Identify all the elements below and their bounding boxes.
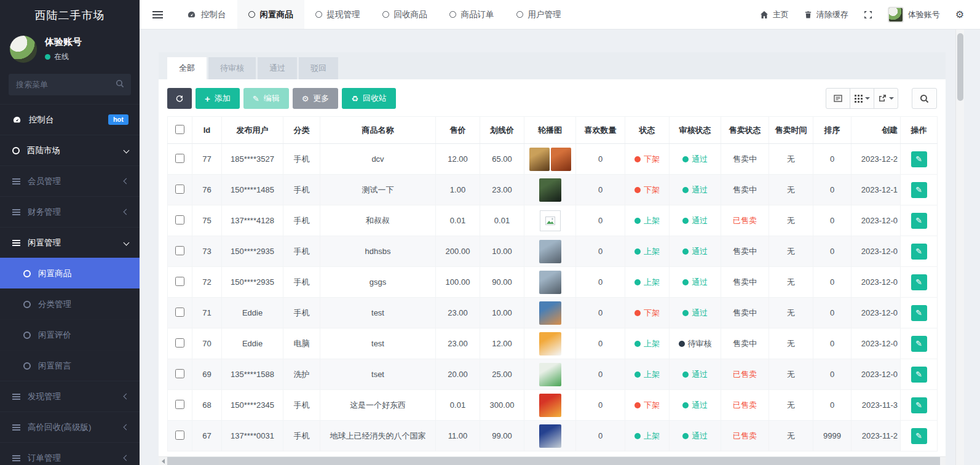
row-checkbox[interactable]: [175, 154, 184, 163]
more-button[interactable]: ⚙︎ 更多: [293, 88, 339, 109]
topnav-tab-withdraw-mgmt[interactable]: 提现管理: [304, 0, 371, 29]
sidebar-menu: 控制台hot西陆市场会员管理财务管理闲置管理闲置商品分类管理闲置评价闲置留言发现…: [0, 104, 140, 465]
recycle-bin-button[interactable]: ♻︎ 回收站: [342, 88, 396, 109]
row-edit-button[interactable]: ✎︎: [911, 336, 927, 352]
row-checkbox[interactable]: [175, 431, 184, 440]
search-toggle-button[interactable]: [912, 88, 937, 109]
topnav-tab-dashboard[interactable]: 控制台: [176, 0, 237, 29]
topnav-tab-user-mgmt[interactable]: 用户管理: [505, 0, 572, 29]
filter-tab-approved[interactable]: 通过: [258, 57, 297, 79]
sidebar-item-idle-message[interactable]: 闲置留言: [0, 350, 140, 381]
detail-view-icon: [834, 94, 842, 103]
product-thumbnail[interactable]: [539, 394, 561, 417]
vertical-scrollbar-thumb[interactable]: [957, 33, 963, 101]
topnav-tab-label: 商品订单: [461, 9, 494, 20]
clear-cache-link[interactable]: 清除缓存: [804, 9, 848, 20]
detail-view-button[interactable]: [826, 88, 850, 109]
topnav-tab-idle-goods[interactable]: 闲置商品: [237, 0, 304, 29]
row-checkbox[interactable]: [175, 308, 184, 317]
broken-image-icon[interactable]: [540, 210, 561, 231]
sidebar-item-finance-mgmt[interactable]: 财务管理: [0, 196, 140, 227]
status-label: 下架: [644, 400, 660, 410]
row-edit-button[interactable]: ✎︎: [911, 213, 927, 229]
status-dot: [682, 218, 689, 224]
user-menu[interactable]: 体验账号: [888, 7, 940, 23]
row-edit-button[interactable]: ✎︎: [911, 244, 927, 260]
row-checkbox[interactable]: [175, 400, 184, 409]
row-edit-button[interactable]: ✎︎: [911, 397, 927, 413]
cell-price: 20.00: [436, 359, 480, 390]
sidebar-item-idle-review[interactable]: 闲置评价: [0, 319, 140, 350]
scroll-left-arrow[interactable]: [159, 457, 167, 465]
row-checkbox[interactable]: [175, 277, 184, 286]
edit-button[interactable]: ✎︎ 编辑: [243, 88, 289, 109]
recycle-bin-label: 回收站: [363, 93, 387, 104]
product-thumbnail[interactable]: [539, 178, 561, 202]
menu-toggle-icon[interactable]: [152, 11, 163, 18]
sidebar-item-member-mgmt[interactable]: 会员管理: [0, 165, 140, 196]
horizontal-scrollbar[interactable]: [159, 456, 946, 465]
row-checkbox[interactable]: [175, 246, 184, 255]
select-all-checkbox[interactable]: [175, 125, 184, 134]
row-checkbox[interactable]: [175, 185, 184, 194]
row-checkbox[interactable]: [175, 215, 184, 225]
columns-toggle-button[interactable]: [850, 88, 874, 109]
row-edit-button[interactable]: ✎︎: [911, 428, 927, 444]
product-thumbnail[interactable]: [539, 332, 561, 356]
cell-publisher: 137****4128: [222, 205, 283, 236]
row-edit-button[interactable]: ✎︎: [911, 182, 927, 198]
menu-search-input[interactable]: [9, 74, 131, 95]
topnav-tab-recycle-goods[interactable]: 回收商品: [371, 0, 438, 29]
product-thumbnail[interactable]: [551, 148, 571, 171]
cell-sale-status: 已售卖: [721, 421, 769, 451]
cell-original-price: 10.00: [480, 298, 524, 328]
sidebar-item-premium-recycle[interactable]: 高价回收(高级版): [0, 411, 140, 442]
refresh-button[interactable]: [167, 88, 192, 109]
sidebar-item-xilu-market[interactable]: 西陆市场: [0, 135, 140, 165]
product-thumbnail[interactable]: [539, 424, 561, 448]
cell-product-name: 测试一下: [320, 175, 436, 205]
product-thumbnail[interactable]: [539, 271, 561, 294]
sidebar-item-discover-mgmt[interactable]: 发现管理: [0, 381, 140, 411]
row-checkbox[interactable]: [175, 338, 184, 348]
status-label: 上架: [644, 277, 660, 287]
sidebar-item-order-mgmt[interactable]: 订单管理: [0, 442, 140, 465]
search-icon: [116, 79, 124, 90]
product-thumbnail[interactable]: [539, 240, 561, 263]
column-header: 售价: [436, 117, 480, 144]
sidebar-item-idle-goods[interactable]: 闲置商品: [0, 258, 140, 288]
list-icon: [12, 240, 20, 246]
filter-tab-rejected[interactable]: 驳回: [299, 57, 338, 79]
horizontal-scrollbar-thumb[interactable]: [167, 457, 940, 465]
row-edit-button[interactable]: ✎︎: [911, 305, 927, 321]
sidebar-item-category-mgmt[interactable]: 分类管理: [0, 288, 140, 319]
sidebar-item-dashboard[interactable]: 控制台hot: [0, 104, 140, 135]
status-dot: [682, 187, 689, 193]
column-header: 发布用户: [222, 117, 283, 144]
filter-tab-pending[interactable]: 待审核: [208, 57, 256, 79]
row-edit-button[interactable]: ✎︎: [911, 367, 927, 383]
home-icon: [760, 10, 769, 19]
product-thumbnail[interactable]: [539, 301, 561, 325]
cell-select: [168, 267, 192, 298]
sidebar-item-idle-mgmt[interactable]: 闲置管理: [0, 227, 140, 258]
add-button[interactable]: + 添加: [196, 88, 240, 109]
cell-original-price: 90.00: [480, 267, 524, 298]
cell-actions: ✎︎: [901, 205, 938, 236]
export-button[interactable]: [874, 88, 898, 109]
topnav-tab-goods-orders[interactable]: 商品订单: [438, 0, 505, 29]
product-thumbnail[interactable]: [529, 148, 550, 171]
settings-button[interactable]: ⚙︎: [955, 10, 964, 20]
product-thumbnail[interactable]: [539, 363, 561, 386]
row-edit-button[interactable]: ✎︎: [911, 151, 927, 167]
cell-publisher: 135****1588: [222, 359, 283, 390]
fullscreen-button[interactable]: [864, 10, 872, 19]
filter-tab-all[interactable]: 全部: [167, 57, 207, 79]
row-checkbox[interactable]: [175, 369, 184, 378]
cell-actions: ✎︎: [901, 175, 938, 205]
row-edit-button[interactable]: ✎︎: [911, 274, 927, 290]
vertical-scrollbar[interactable]: [955, 30, 964, 465]
home-link[interactable]: 主页: [760, 9, 789, 20]
avatar[interactable]: [10, 36, 37, 63]
status-label: 下架: [644, 185, 660, 194]
